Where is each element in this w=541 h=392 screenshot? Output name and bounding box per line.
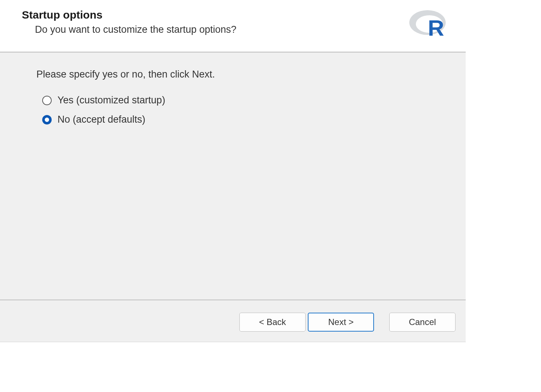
radio-no-accept-defaults[interactable]: No (accept defaults) <box>36 114 466 125</box>
next-button[interactable]: Next > <box>308 313 374 332</box>
radio-icon <box>42 115 52 124</box>
radio-yes-customized-startup[interactable]: Yes (customized startup) <box>36 95 466 106</box>
header-text: Startup options Do you want to customize… <box>22 9 236 35</box>
wizard-dialog: Startup options Do you want to customize… <box>0 0 466 342</box>
cancel-button[interactable]: Cancel <box>389 313 456 332</box>
svg-text:R: R <box>428 15 444 40</box>
wizard-footer: < Back Next > Cancel <box>0 300 466 342</box>
r-logo-icon: R <box>408 7 448 41</box>
instruction-text: Please specify yes or no, then click Nex… <box>36 69 466 80</box>
back-button[interactable]: < Back <box>239 313 306 332</box>
radio-icon <box>42 96 52 105</box>
radio-label: No (accept defaults) <box>57 114 146 125</box>
page-subtitle: Do you want to customize the startup opt… <box>35 24 236 35</box>
radio-label: Yes (customized startup) <box>57 95 165 106</box>
wizard-header: Startup options Do you want to customize… <box>0 0 466 52</box>
page-title: Startup options <box>22 9 236 21</box>
wizard-body: Please specify yes or no, then click Nex… <box>0 52 466 300</box>
